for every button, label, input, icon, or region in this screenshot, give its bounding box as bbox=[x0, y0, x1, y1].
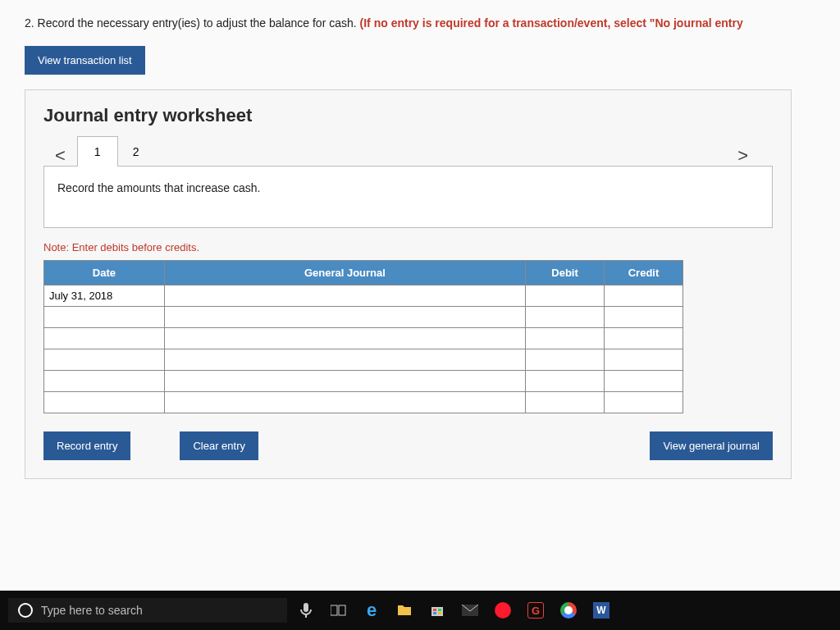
question-body: Record the necessary entry(ies) to adjus… bbox=[38, 16, 357, 30]
view-general-journal-button[interactable]: View general journal bbox=[650, 431, 773, 460]
cell-credit[interactable] bbox=[605, 371, 683, 392]
svg-rect-1 bbox=[339, 605, 345, 615]
col-debit: Debit bbox=[526, 261, 605, 285]
table-row bbox=[44, 392, 683, 413]
cell-credit[interactable] bbox=[605, 328, 683, 349]
question-number: 2. bbox=[25, 16, 34, 30]
table-row bbox=[44, 328, 683, 349]
cell-debit[interactable] bbox=[526, 307, 605, 328]
microsoft-store-icon[interactable] bbox=[423, 596, 451, 624]
mail-icon[interactable] bbox=[456, 596, 484, 624]
svg-rect-5 bbox=[433, 612, 436, 614]
view-transaction-list-button[interactable]: View transaction list bbox=[25, 46, 145, 75]
windows-taskbar: Type here to search e G W bbox=[0, 591, 840, 630]
tab-2[interactable]: 2 bbox=[118, 137, 154, 167]
cell-date[interactable] bbox=[44, 307, 165, 328]
opera-icon[interactable] bbox=[489, 596, 517, 624]
svg-rect-2 bbox=[431, 607, 443, 616]
cell-journal[interactable] bbox=[164, 285, 525, 307]
col-date: Date bbox=[44, 261, 165, 285]
instruction-box: Record the amounts that increase cash. bbox=[43, 166, 773, 228]
svg-rect-0 bbox=[331, 605, 337, 615]
google-app-icon[interactable]: G bbox=[522, 596, 550, 624]
file-explorer-icon[interactable] bbox=[390, 596, 418, 624]
table-row bbox=[44, 349, 683, 371]
cell-credit[interactable] bbox=[605, 285, 683, 307]
table-row bbox=[44, 371, 683, 392]
cell-date[interactable]: July 31, 2018 bbox=[44, 285, 165, 307]
journal-table: Date General Journal Debit Credit July 3… bbox=[43, 260, 683, 413]
cell-debit[interactable] bbox=[526, 392, 605, 413]
cell-journal[interactable] bbox=[164, 307, 525, 328]
tab-1[interactable]: 1 bbox=[77, 136, 118, 167]
chrome-icon[interactable] bbox=[555, 596, 582, 624]
word-icon[interactable]: W bbox=[587, 596, 615, 624]
cell-journal[interactable] bbox=[164, 328, 525, 349]
cortana-icon bbox=[18, 603, 33, 618]
cell-debit[interactable] bbox=[526, 349, 605, 371]
table-row bbox=[44, 307, 683, 328]
taskbar-search[interactable]: Type here to search bbox=[8, 598, 287, 623]
cell-date[interactable] bbox=[44, 349, 165, 371]
clear-entry-button[interactable]: Clear entry bbox=[180, 431, 258, 460]
cell-journal[interactable] bbox=[164, 371, 525, 392]
col-credit: Credit bbox=[605, 261, 683, 285]
search-placeholder: Type here to search bbox=[41, 604, 143, 617]
task-view-icon[interactable] bbox=[325, 596, 353, 624]
cell-credit[interactable] bbox=[605, 392, 683, 413]
edge-browser-icon[interactable]: e bbox=[358, 596, 386, 624]
action-row: Record entry Clear entry View general jo… bbox=[43, 431, 773, 460]
cell-date[interactable] bbox=[44, 392, 165, 413]
cell-journal[interactable] bbox=[164, 392, 525, 413]
question-text: 2. Record the necessary entry(ies) to ad… bbox=[25, 16, 815, 30]
mic-icon[interactable] bbox=[292, 596, 320, 624]
cell-journal[interactable] bbox=[164, 349, 525, 371]
cell-debit[interactable] bbox=[526, 371, 605, 392]
cell-debit[interactable] bbox=[526, 328, 605, 349]
worksheet-title: Journal entry worksheet bbox=[43, 105, 773, 126]
record-entry-button[interactable]: Record entry bbox=[43, 431, 130, 460]
tab-row: < 1 2 > bbox=[43, 136, 773, 167]
cell-date[interactable] bbox=[44, 371, 165, 392]
prev-entry-arrow[interactable]: < bbox=[43, 145, 77, 167]
cell-credit[interactable] bbox=[605, 307, 683, 328]
question-hint: (If no entry is required for a transacti… bbox=[360, 16, 743, 30]
cell-credit[interactable] bbox=[605, 349, 683, 371]
note-text: Note: Enter debits before credits. bbox=[43, 241, 773, 253]
next-entry-arrow[interactable]: > bbox=[726, 145, 773, 167]
svg-rect-4 bbox=[438, 609, 441, 611]
cell-debit[interactable] bbox=[526, 285, 605, 307]
journal-worksheet-card: Journal entry worksheet < 1 2 > Record t… bbox=[25, 89, 792, 479]
col-general-journal: General Journal bbox=[164, 261, 525, 285]
table-row: July 31, 2018 bbox=[44, 285, 683, 307]
cell-date[interactable] bbox=[44, 328, 165, 349]
svg-rect-6 bbox=[438, 612, 441, 614]
svg-rect-3 bbox=[433, 609, 436, 611]
